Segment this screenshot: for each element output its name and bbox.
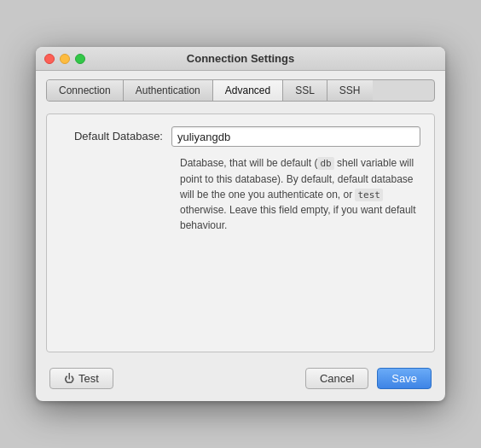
window-title: Connection Settings xyxy=(187,52,294,65)
test-button-label: Test xyxy=(78,372,99,385)
traffic-lights xyxy=(44,54,85,64)
description-code2: test xyxy=(355,189,383,201)
cancel-button[interactable]: Cancel xyxy=(305,368,368,389)
description-part3: otherwise. Leave this field empty, if yo… xyxy=(180,204,416,231)
tab-connection[interactable]: Connection xyxy=(47,80,124,101)
save-button[interactable]: Save xyxy=(377,368,432,389)
save-button-label: Save xyxy=(391,372,417,385)
tab-bar: Connection Authentication Advanced SSL S… xyxy=(46,79,435,102)
window-content: Connection Authentication Advanced SSL S… xyxy=(36,71,445,401)
tab-advanced[interactable]: Advanced xyxy=(213,80,283,101)
default-database-row: Default Database: xyxy=(61,126,420,147)
description-code1: db xyxy=(317,157,333,170)
connection-settings-window: Connection Settings Connection Authentic… xyxy=(36,47,445,401)
tab-ssl[interactable]: SSL xyxy=(283,80,327,101)
button-row: ⏻ Test Cancel Save xyxy=(46,368,435,389)
default-database-input[interactable] xyxy=(171,126,420,147)
cancel-button-label: Cancel xyxy=(320,372,354,385)
tab-ssh[interactable]: SSH xyxy=(327,80,373,101)
minimize-button[interactable] xyxy=(60,54,70,64)
titlebar: Connection Settings xyxy=(36,47,445,71)
right-buttons: Cancel Save xyxy=(305,368,432,389)
test-button[interactable]: ⏻ Test xyxy=(49,368,113,389)
default-database-label: Default Database: xyxy=(61,126,171,143)
close-button[interactable] xyxy=(44,54,55,64)
tab-authentication[interactable]: Authentication xyxy=(124,80,213,101)
description-text: Database, that will be default (db shell… xyxy=(180,155,420,233)
maximize-button[interactable] xyxy=(75,54,85,64)
test-icon: ⏻ xyxy=(64,373,74,385)
description-part1: Database, that will be default ( xyxy=(180,157,317,169)
form-area: Default Database: Database, that will be… xyxy=(46,113,435,352)
